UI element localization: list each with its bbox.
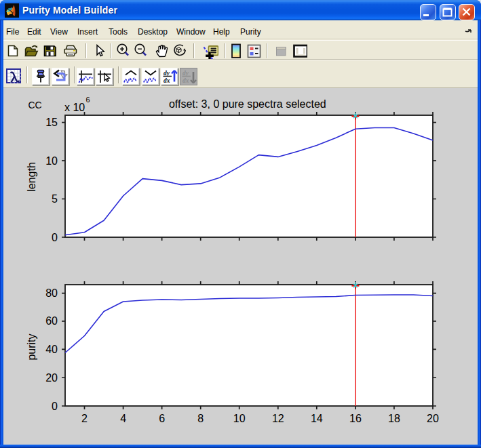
svg-text:10: 10 — [45, 155, 58, 167]
svg-text:12: 12 — [272, 413, 284, 424]
svg-text:10: 10 — [233, 413, 246, 424]
svg-text:16: 16 — [349, 413, 362, 424]
svg-text:6: 6 — [86, 96, 90, 104]
svg-text:0: 0 — [52, 401, 58, 412]
svg-text:15: 15 — [45, 117, 58, 128]
svg-text:6: 6 — [159, 413, 165, 424]
svg-text:2: 2 — [81, 413, 88, 424]
svg-text:5: 5 — [52, 193, 58, 205]
svg-text:20: 20 — [45, 372, 58, 384]
svg-text:0: 0 — [52, 232, 58, 243]
svg-text:18: 18 — [388, 413, 400, 424]
svg-text:8: 8 — [197, 413, 204, 424]
svg-text:14: 14 — [311, 413, 323, 424]
svg-text:4: 4 — [120, 413, 126, 424]
svg-text:40: 40 — [45, 344, 58, 355]
svg-text:80: 80 — [45, 287, 58, 299]
svg-text:60: 60 — [45, 315, 58, 327]
svg-text:length: length — [26, 162, 37, 192]
svg-text:CC: CC — [28, 100, 42, 110]
svg-text:offset: 3, 0 pure spectra sele: offset: 3, 0 pure spectra selected — [169, 98, 326, 110]
svg-text:purity: purity — [26, 333, 37, 360]
svg-text:x 10: x 10 — [64, 102, 85, 113]
svg-text:20: 20 — [427, 413, 439, 424]
